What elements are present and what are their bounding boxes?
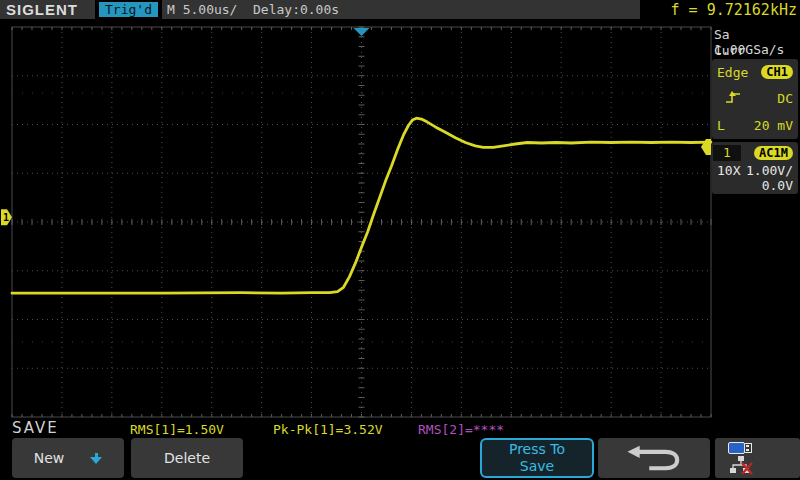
new-button-label: New xyxy=(34,450,65,466)
top-status-bar: SIGLENT Trig'd M 5.00us/ Delay:0.00s xyxy=(0,0,640,19)
oscilloscope-screen: 1 SIGLENT Trig'd M 5.00us/ Delay:0.00s f… xyxy=(0,0,800,480)
brand-logo: SIGLENT xyxy=(6,1,78,18)
timebase-readout[interactable]: M 5.00us/ xyxy=(167,2,237,17)
measurement-rms1: RMS[1]=1.50V xyxy=(130,422,224,437)
trigger-level-value: 20 mV xyxy=(754,118,793,133)
trigger-status-chip: Trig'd xyxy=(95,0,162,19)
system-status-panel[interactable] xyxy=(715,438,800,478)
trigger-type-label: Edge xyxy=(717,65,748,80)
measurement-rms2: RMS[2]=**** xyxy=(418,422,504,437)
trigger-source-badge: CH1 xyxy=(761,65,793,79)
trigger-info-box[interactable]: Edge CH1 DC L 20 mV xyxy=(712,59,798,139)
channel-offset-readout: 0.0V xyxy=(762,178,793,193)
channel1-marker-label: 1 xyxy=(3,212,9,223)
waveform-display: 1 xyxy=(0,0,800,480)
volts-per-div-readout: 1.00V/ xyxy=(746,163,793,178)
trigger-coupling-label: DC xyxy=(777,91,793,106)
frequency-counter: f = 9.72162kHz xyxy=(671,1,797,19)
delete-button[interactable]: Delete xyxy=(131,438,243,478)
usb-drive-icon xyxy=(728,442,752,454)
trigger-position-marker[interactable] xyxy=(354,28,370,36)
channel1-info-box[interactable]: 1 AC1M 10X 1.00V/ 0.0V xyxy=(712,142,798,194)
dropdown-arrow-icon xyxy=(90,453,102,464)
delete-button-label: Delete xyxy=(164,450,210,466)
press-to-save-button[interactable]: Press To Save xyxy=(480,438,594,478)
new-button[interactable]: New xyxy=(12,438,124,478)
lan-disconnected-icon xyxy=(728,455,754,475)
menu-title: SAVE xyxy=(12,419,59,437)
save-button-line2: Save xyxy=(520,458,554,475)
trigger-status-badge: Trig'd xyxy=(99,2,158,17)
back-button[interactable] xyxy=(598,438,710,478)
trigger-level-label: L xyxy=(717,118,725,133)
rising-edge-icon xyxy=(725,91,742,105)
measurement-pkpk1: Pk-Pk[1]=3.52V xyxy=(273,422,383,437)
probe-attenuation-readout: 10X xyxy=(717,163,740,178)
return-arrow-icon xyxy=(621,443,687,473)
save-button-line1: Press To xyxy=(509,441,565,458)
delay-readout[interactable]: Delay:0.00s xyxy=(253,2,339,17)
channel-coupling-badge: AC1M xyxy=(754,146,793,160)
